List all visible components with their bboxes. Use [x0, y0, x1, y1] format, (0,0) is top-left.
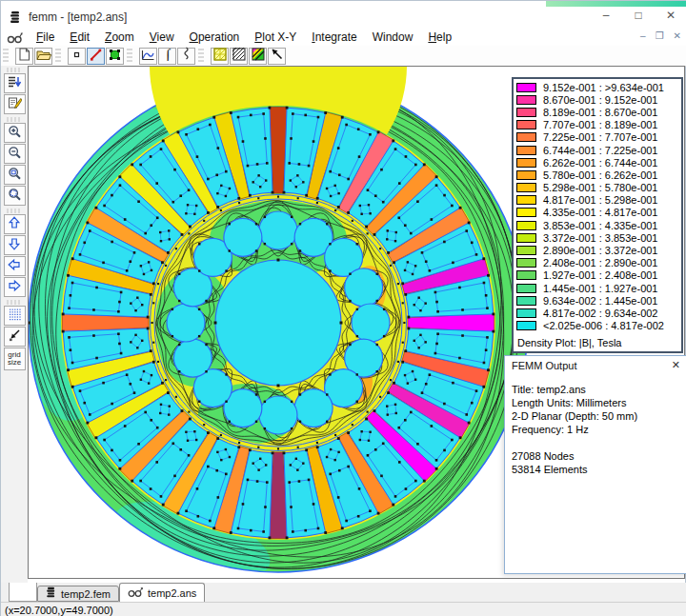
legend-color-swatch: [516, 158, 536, 168]
menu-window[interactable]: Window: [365, 29, 421, 46]
femm-app-window: femm - [temp2.ans] –□✕ FileEditZoomViewO…: [0, 0, 686, 616]
line-mode-icon: [90, 48, 102, 65]
cursor-coordinates: (x=20.7000,y=49.7000): [1, 605, 113, 616]
legend-color-swatch: [516, 246, 536, 255]
pan-up-button[interactable]: [4, 214, 26, 234]
legend-range-label: <2.025e-006 : 4.817e-002: [543, 320, 664, 331]
pan-right-icon: [7, 278, 22, 297]
zoom-window-button[interactable]: [4, 165, 26, 185]
mesh-info-button[interactable]: [4, 73, 26, 93]
zoom-in-icon: [8, 125, 22, 142]
tab-label: temp2.ans: [148, 587, 196, 599]
tab-temp2-ans[interactable]: temp2.ans: [119, 583, 205, 602]
phasor-button[interactable]: [177, 48, 195, 65]
legend-color-swatch: [516, 308, 536, 318]
block-mode-icon: [109, 48, 121, 65]
line-mode-button[interactable]: [87, 48, 105, 65]
menu-plot-x-y[interactable]: Plot X-Y: [247, 29, 304, 46]
legend-color-swatch: [516, 108, 536, 117]
xy-plot-button[interactable]: [139, 48, 157, 65]
legend-color-swatch: [516, 120, 536, 129]
toolbar-grip: [7, 209, 22, 213]
model-canvas[interactable]: 9.152e-001 : >9.634e-0018.670e-001 : 9.1…: [28, 66, 685, 579]
snap-grid-button[interactable]: [4, 327, 26, 347]
menu-view[interactable]: View: [142, 29, 182, 46]
femm-output-title: FEMM Output: [505, 356, 686, 375]
postproc-glasses-icon: [7, 30, 23, 43]
line-integral-button[interactable]: ∫: [158, 48, 176, 65]
menu-operation[interactable]: Operation: [182, 29, 248, 46]
density-legend: 9.152e-001 : >9.634e-0018.670e-001 : 9.1…: [512, 77, 683, 353]
block-mode-button[interactable]: [106, 48, 124, 65]
legend-color-swatch: [516, 233, 536, 243]
legend-color-swatch: [516, 284, 536, 293]
point-mode-button[interactable]: [68, 48, 86, 65]
grid-toggle-button[interactable]: [4, 306, 26, 326]
close-icon[interactable]: ✕: [672, 359, 680, 371]
menu-edit[interactable]: Edit: [62, 29, 97, 46]
new-button[interactable]: [15, 48, 33, 65]
legend-range-label: 1.927e-001 : 2.408e-001: [543, 269, 658, 281]
menu-file[interactable]: File: [29, 29, 62, 46]
menu-integrate[interactable]: Integrate: [304, 29, 364, 46]
legend-row: <2.025e-006 : 4.817e-002: [516, 320, 677, 332]
toolbar-grip: [55, 49, 61, 64]
femm-doc-icon: [46, 586, 56, 601]
menu-zoom[interactable]: Zoom: [97, 29, 142, 46]
zoom-out-icon: [8, 146, 22, 163]
legend-color-swatch: [516, 146, 536, 155]
mdi-minimize-button[interactable]: –: [640, 30, 646, 42]
mdi-restore-button[interactable]: ❐: [656, 30, 664, 42]
zoom-in-button[interactable]: [4, 123, 26, 143]
legend-color-swatch: [516, 95, 536, 105]
zoom-out-button[interactable]: [4, 144, 26, 164]
legend-row: 4.817e-002 : 9.634e-002: [516, 307, 677, 319]
edit-properties-icon: [8, 96, 22, 113]
close-button[interactable]: ✕: [655, 3, 686, 28]
legend-row: 9.634e-002 : 1.445e-001: [516, 294, 677, 307]
tab-label: temp2.fem: [61, 588, 111, 600]
pan-left-button[interactable]: [4, 256, 26, 276]
legend-row: 8.189e-001 : 8.670e-001: [516, 106, 677, 118]
grid-size-button[interactable]: grid size: [4, 348, 26, 370]
open-button[interactable]: [34, 48, 52, 65]
vector-plot-icon: [271, 48, 284, 65]
edit-properties-button[interactable]: [4, 94, 26, 114]
show-mesh-button[interactable]: [211, 48, 229, 65]
femm-output-window[interactable]: FEMM Output ✕ Title: temp2.ansLength Uni…: [504, 355, 686, 574]
pan-left-icon: [7, 257, 22, 276]
legend-color-swatch: [516, 258, 536, 268]
menu-help[interactable]: Help: [420, 29, 459, 46]
density-plot-button[interactable]: [249, 48, 267, 65]
grid-toggle-icon: [8, 308, 22, 325]
femm-output-line: Title: temp2.ans: [512, 383, 686, 396]
maximize-button[interactable]: □: [622, 3, 655, 28]
contour-plot-button[interactable]: [230, 48, 248, 65]
femm-output-text: Title: temp2.ansLength Units: Millimeter…: [505, 375, 686, 476]
minimize-button[interactable]: –: [590, 3, 622, 28]
pan-down-button[interactable]: [4, 235, 26, 255]
legend-range-label: 8.189e-001 : 8.670e-001: [543, 107, 658, 118]
legend-color-swatch: [516, 221, 536, 230]
snap-grid-icon: [8, 328, 22, 346]
legend-row: 8.670e-001 : 9.152e-001: [516, 93, 677, 106]
title-bar[interactable]: femm - [temp2.ans] –□✕: [1, 7, 686, 28]
line-integral-icon: ∫: [163, 47, 172, 65]
legend-row: 6.262e-001 : 6.744e-001: [516, 156, 677, 169]
postproc-glasses-icon: [128, 586, 143, 600]
legend-color-swatch: [516, 270, 536, 280]
pan-up-icon: [7, 215, 22, 234]
legend-color-swatch: [516, 296, 536, 306]
legend-range-label: 5.780e-001 : 6.262e-001: [543, 169, 658, 181]
legend-range-label: 6.744e-001 : 7.225e-001: [543, 145, 658, 156]
tab-temp2-fem[interactable]: temp2.fem: [37, 586, 119, 602]
phasor-icon: [182, 47, 191, 65]
vector-plot-button[interactable]: [268, 48, 286, 65]
pan-right-button[interactable]: [4, 277, 26, 297]
mdi-close-button[interactable]: ✕: [674, 30, 681, 42]
legend-range-label: 2.408e-001 : 2.890e-001: [543, 257, 658, 268]
legend-range-label: 4.335e-001 : 4.817e-001: [543, 207, 658, 218]
legend-row: 7.225e-001 : 7.707e-001: [516, 131, 677, 144]
legend-row: 6.744e-001 : 7.225e-001: [516, 144, 677, 156]
zoom-extents-button[interactable]: [4, 186, 26, 206]
